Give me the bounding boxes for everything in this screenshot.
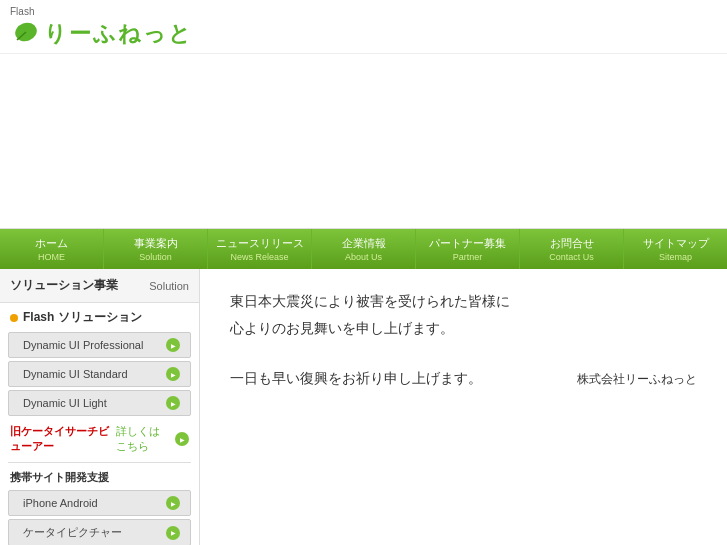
nav-bar: ホーム HOME 事業案内 Solution ニュースリリース News Rel… [0,229,727,269]
flash-label: Flash [10,6,717,17]
nav-label-home: ホーム [35,237,68,249]
company-name: 株式会社リーふねっと [577,371,697,388]
mobile-section-title: 携帯サイト開発支援 [0,466,199,487]
notice-line1: 東日本大震災により被害を受けられた皆様に [230,289,697,314]
sidebar-item-label-iphone: iPhone Android [23,497,98,509]
sidebar-item-label-std: Dynamic UI Standard [23,368,128,380]
main-content: 東日本大震災により被害を受けられた皆様に 心よりのお見舞いを申し上げます。 一日… [200,269,727,545]
nav-en-company: About Us [316,252,411,262]
sidebar-header-title: ソリューション事業 [10,277,118,294]
sidebar-item-dynamic-ui-pro[interactable]: Dynamic UI Professional [8,332,191,358]
notice-line2: 心よりのお見舞いを申し上げます。 [230,316,697,341]
nav-item-sitemap[interactable]: サイトマップ Sitemap [624,229,727,269]
sidebar-item-arrow-lt [166,396,180,410]
nav-label-solution: 事業案内 [134,237,178,249]
nav-label-sitemap: サイトマップ [643,237,709,249]
sidebar-link-row: 旧ケータイサーチビューアー 詳しくはこちら [0,419,199,459]
nav-en-partner: Partner [420,252,515,262]
nav-item-solution[interactable]: 事業案内 Solution [104,229,208,269]
logo-text: りーふねっと [44,19,193,49]
nav-en-sitemap: Sitemap [628,252,723,262]
mobile-section-label: 携帯サイト開発支援 [10,471,109,483]
sidebar-item-dynamic-ui-lt[interactable]: Dynamic UI Light [8,390,191,416]
nav-item-company[interactable]: 企業情報 About Us [312,229,416,269]
sidebar-item-iphone-android[interactable]: iPhone Android [8,490,191,516]
sidebar: ソリューション事業 Solution Flash ソリューション Dynamic… [0,269,200,545]
nav-en-home: HOME [4,252,99,262]
sidebar-item-label-pro: Dynamic UI Professional [23,339,143,351]
nav-en-contact: Contact Us [524,252,619,262]
logo: りーふねっと [10,19,717,49]
header: Flash りーふねっと [0,0,727,54]
sidebar-link-red[interactable]: 旧ケータイサーチビューアー [10,424,112,454]
sidebar-item-arrow-iphone [166,496,180,510]
banner-area [0,54,727,229]
sidebar-link-arrow-icon[interactable] [175,432,189,446]
nav-item-news[interactable]: ニュースリリース News Release [208,229,312,269]
nav-label-contact: お問合せ [550,237,594,249]
nav-en-solution: Solution [108,252,203,262]
sidebar-item-label-lt: Dynamic UI Light [23,397,107,409]
nav-item-home[interactable]: ホーム HOME [0,229,104,269]
nav-label-partner: パートナー募集 [429,237,506,249]
sidebar-item-label-keitai: ケータイピクチャー [23,525,122,540]
sidebar-header-sub: Solution [149,280,189,292]
sidebar-item-keitai-picture[interactable]: ケータイピクチャー [8,519,191,545]
sidebar-header: ソリューション事業 Solution [0,269,199,303]
sidebar-item-arrow-keitai [166,526,180,540]
flash-section-title: Flash ソリューション [0,303,199,329]
sidebar-item-arrow-std [166,367,180,381]
content-area: ソリューション事業 Solution Flash ソリューション Dynamic… [0,269,727,545]
logo-icon [10,20,38,48]
recovery-text: 一日も早い復興をお祈り申し上げます。 [230,370,482,388]
main-notice: 東日本大震災により被害を受けられた皆様に 心よりのお見舞いを申し上げます。 [230,289,697,341]
sidebar-item-arrow-pro [166,338,180,352]
nav-label-company: 企業情報 [342,237,386,249]
sidebar-divider [8,462,191,463]
sidebar-link-normal[interactable]: 詳しくはこちら [116,424,171,454]
nav-en-news: News Release [212,252,307,262]
nav-label-news: ニュースリリース [216,237,304,249]
nav-item-contact[interactable]: お問合せ Contact Us [520,229,624,269]
sidebar-item-dynamic-ui-std[interactable]: Dynamic UI Standard [8,361,191,387]
dot-icon [10,314,18,322]
nav-item-partner[interactable]: パートナー募集 Partner [416,229,520,269]
flash-section-label: Flash ソリューション [23,309,142,326]
